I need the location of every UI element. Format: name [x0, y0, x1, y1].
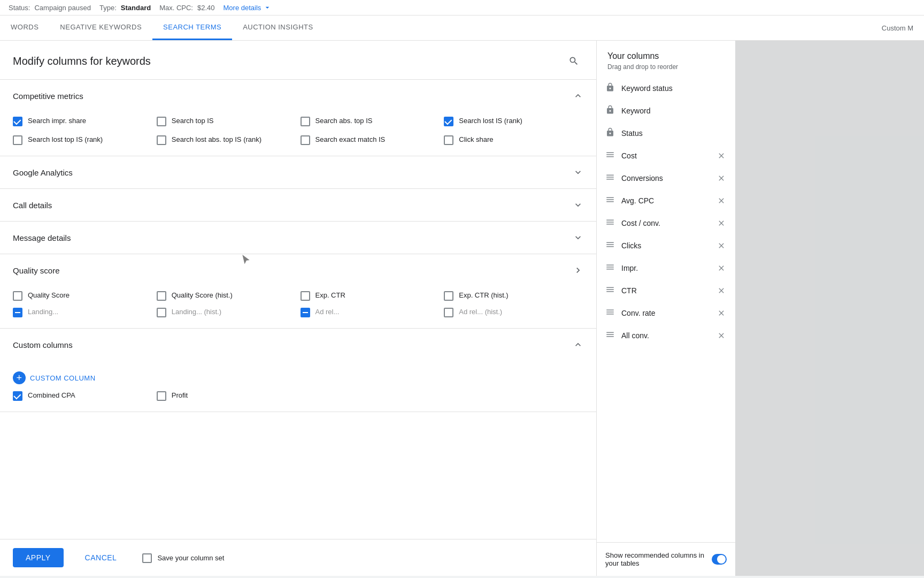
custom-columns-title: Custom columns — [13, 340, 73, 349]
save-column-set[interactable]: Save your column set — [142, 553, 224, 563]
cb-combined-cpa-box[interactable] — [13, 391, 22, 401]
right-col-all-conv[interactable]: All conv. — [597, 324, 735, 347]
modal-search-button[interactable] — [564, 51, 583, 71]
quality-score-grid: Quality Score Quality Score (hist.) Exp.… — [13, 291, 583, 301]
right-col-avg-cpc[interactable]: Avg. CPC — [597, 189, 735, 212]
cb-combined-cpa[interactable]: Combined CPA — [13, 391, 152, 401]
cb-exp-ctr-box[interactable] — [301, 291, 310, 301]
cb-search-lost-abs-top-is-rank[interactable]: Search lost abs. top IS (rank) — [157, 135, 296, 145]
call-details-header[interactable]: Call details — [0, 189, 596, 221]
tab-custom[interactable]: Custom M — [871, 17, 924, 40]
tab-negative-keywords[interactable]: NEGATIVE KEYWORDS — [49, 16, 152, 40]
google-analytics-header[interactable]: Google Analytics — [0, 156, 596, 188]
section-competitive-metrics: Competitive metrics Search impr. share — [0, 80, 596, 156]
quality-score-grid-2: Landing... Landing... (hist.) Ad rel... — [13, 307, 583, 317]
right-panel-footer: Show recommended columns in your tables — [597, 542, 735, 576]
remove-all-conv-button[interactable] — [716, 330, 727, 341]
cb-search-lost-top-is-rank-box[interactable] — [13, 135, 22, 145]
apply-button[interactable]: APPLY — [13, 548, 64, 567]
cb-search-impr-share[interactable]: Search impr. share — [13, 116, 152, 126]
show-recommended-toggle[interactable] — [712, 554, 727, 565]
custom-columns-chevron — [573, 339, 583, 350]
custom-columns-grid: Combined CPA Profit — [13, 391, 583, 401]
cb-exp-ctr-hist-box[interactable] — [444, 291, 453, 301]
drag-icon-cost-conv — [605, 217, 615, 229]
modal-body: Competitive metrics Search impr. share — [0, 80, 596, 539]
cb-search-lost-is-rank-label: Search lost IS (rank) — [459, 116, 522, 126]
cb-search-exact-match-is-box[interactable] — [301, 135, 310, 145]
remove-cost-conv-button[interactable] — [716, 218, 727, 229]
drag-icon-conversions — [605, 172, 615, 184]
save-column-set-checkbox[interactable] — [142, 553, 152, 563]
cb-exp-ctr[interactable]: Exp. CTR — [301, 291, 440, 301]
cb-profit[interactable]: Profit — [157, 391, 296, 401]
right-col-conversions[interactable]: Conversions — [597, 167, 735, 189]
tab-words[interactable]: WORDS — [0, 16, 49, 40]
cb-quality-score-box[interactable] — [13, 291, 22, 301]
cb-search-top-is[interactable]: Search top IS — [157, 116, 296, 126]
section-google-analytics: Google Analytics — [0, 156, 596, 189]
right-col-cost-conv[interactable]: Cost / conv. — [597, 212, 735, 234]
cb-search-impr-share-box[interactable] — [13, 117, 22, 126]
right-columns-list: Keyword status Keyword Status — [597, 73, 735, 542]
cb-landing-box[interactable] — [13, 308, 22, 317]
cb-search-top-is-box[interactable] — [157, 117, 166, 126]
cb-quality-score[interactable]: Quality Score — [13, 291, 152, 301]
cb-click-share-box[interactable] — [444, 135, 453, 145]
right-col-cost-name: Cost — [621, 151, 710, 160]
right-panel-title: Your columns — [607, 51, 725, 61]
quality-score-header[interactable]: Quality score — [0, 254, 596, 286]
remove-conversions-button[interactable] — [716, 173, 727, 184]
lock-icon-status — [605, 127, 615, 139]
tab-auction-insights[interactable]: AUCTION INSIGHTS — [232, 16, 324, 40]
competitive-metrics-title: Competitive metrics — [13, 92, 83, 101]
message-details-chevron — [573, 232, 583, 243]
right-col-clicks[interactable]: Clicks — [597, 234, 735, 257]
cb-search-lost-is-rank[interactable]: Search lost IS (rank) — [444, 116, 583, 126]
message-details-header[interactable]: Message details — [0, 222, 596, 254]
cb-click-share[interactable]: Click share — [444, 135, 583, 145]
call-details-title: Call details — [13, 201, 52, 210]
cb-exp-ctr-hist[interactable]: Exp. CTR (hist.) — [444, 291, 583, 301]
cb-search-lost-abs-top-is-rank-box[interactable] — [157, 135, 166, 145]
cb-ad-rel[interactable]: Ad rel... — [301, 307, 440, 317]
right-panel-header: Your columns Drag and drop to reorder — [597, 41, 735, 73]
cb-ad-rel-hist[interactable]: Ad rel... (hist.) — [444, 307, 583, 317]
cb-quality-score-hist-box[interactable] — [157, 291, 166, 301]
cb-landing-hist[interactable]: Landing... (hist.) — [157, 307, 296, 317]
cb-landing-hist-box[interactable] — [157, 308, 166, 317]
remove-impr-button[interactable] — [716, 263, 727, 273]
remove-clicks-button[interactable] — [716, 240, 727, 251]
tabs-bar: WORDS NEGATIVE KEYWORDS SEARCH TERMS AUC… — [0, 16, 924, 41]
cb-quality-score-label: Quality Score — [28, 291, 70, 300]
more-details-link[interactable]: More details — [224, 3, 272, 12]
cb-search-exact-match-is[interactable]: Search exact match IS — [301, 135, 440, 145]
remove-ctr-button[interactable] — [716, 285, 727, 296]
right-col-impr[interactable]: Impr. — [597, 257, 735, 279]
cb-ad-rel-box[interactable] — [301, 308, 310, 317]
cb-search-abs-top-is[interactable]: Search abs. top IS — [301, 116, 440, 126]
right-col-cost[interactable]: Cost — [597, 144, 735, 167]
drag-icon-ctr — [605, 285, 615, 296]
right-col-status-name: Status — [621, 129, 727, 138]
cb-quality-score-hist[interactable]: Quality Score (hist.) — [157, 291, 296, 301]
cancel-button[interactable]: CANCEL — [72, 548, 130, 567]
right-col-keyword-status: Keyword status — [597, 77, 735, 100]
status-label: Status: — [9, 4, 30, 12]
add-custom-column-button[interactable]: + CUSTOM COLUMN — [13, 365, 583, 391]
remove-cost-button[interactable] — [716, 150, 727, 161]
cb-landing[interactable]: Landing... — [13, 307, 152, 317]
cb-search-abs-top-is-label: Search abs. top IS — [315, 116, 373, 126]
cb-profit-box[interactable] — [157, 391, 166, 401]
right-col-conv-rate[interactable]: Conv. rate — [597, 302, 735, 324]
tab-search-terms[interactable]: SEARCH TERMS — [152, 16, 232, 40]
quality-score-content: Quality Score Quality Score (hist.) Exp.… — [0, 286, 596, 328]
cb-search-lost-is-rank-box[interactable] — [444, 117, 453, 126]
remove-conv-rate-button[interactable] — [716, 308, 727, 318]
competitive-metrics-header[interactable]: Competitive metrics — [0, 80, 596, 112]
cb-search-abs-top-is-box[interactable] — [301, 117, 310, 126]
cb-ad-rel-hist-box[interactable] — [444, 308, 453, 317]
remove-avg-cpc-button[interactable] — [716, 195, 727, 206]
right-col-ctr[interactable]: CTR — [597, 279, 735, 302]
cb-search-lost-top-is-rank[interactable]: Search lost top IS (rank) — [13, 135, 152, 145]
